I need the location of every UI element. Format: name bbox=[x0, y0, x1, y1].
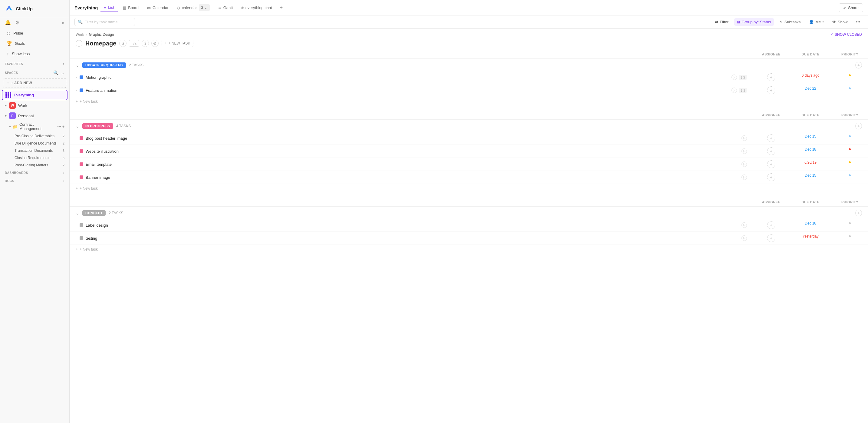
tab-everything-chat[interactable]: # everything chat bbox=[238, 4, 276, 12]
expand-icon[interactable]: ▸ bbox=[76, 76, 77, 79]
settings2-icon[interactable]: ⚙ bbox=[151, 40, 159, 47]
sidebar-item-pulse[interactable]: ◎ Pulse bbox=[2, 28, 67, 38]
filter-button[interactable]: ⇄ Filter bbox=[712, 18, 732, 26]
docs-section[interactable]: DOCS › bbox=[0, 177, 69, 185]
breadcrumb-work[interactable]: Work bbox=[76, 32, 84, 37]
task-name[interactable]: testing bbox=[86, 236, 739, 241]
task-timer-icon[interactable]: ▷ bbox=[742, 235, 747, 241]
sidebar-item-transaction[interactable]: Transaction Documents 3 bbox=[0, 147, 69, 154]
collapse-icon[interactable]: « bbox=[62, 20, 64, 25]
subtasks-icon: ⤷ bbox=[780, 20, 783, 24]
task-name[interactable]: Website illustration bbox=[86, 149, 739, 153]
tab-list[interactable]: ≡ List bbox=[100, 3, 118, 12]
show-button[interactable]: 👁 Show bbox=[829, 18, 851, 26]
status-circle-button[interactable] bbox=[76, 40, 82, 47]
assignee-avatar[interactable]: + bbox=[767, 221, 775, 229]
add-task-in-group3[interactable]: + bbox=[855, 210, 862, 216]
new-task-button[interactable]: + + NEW TASK bbox=[162, 40, 194, 47]
favorites-section[interactable]: FAVORITES › bbox=[0, 59, 69, 67]
update-requested-count: 2 TASKS bbox=[129, 63, 144, 67]
assignee-avatar[interactable]: + bbox=[767, 160, 775, 168]
task-timer-icon[interactable]: ▷ bbox=[742, 136, 747, 141]
task-timer-icon[interactable]: ▷ bbox=[742, 162, 747, 167]
share-button[interactable]: ⇗ Share bbox=[839, 3, 863, 12]
due-date-cell: Dec 15 bbox=[789, 132, 832, 144]
task-name[interactable]: Banner image bbox=[86, 175, 739, 180]
tab-calendar2[interactable]: ◇ calendar 2 ⌄ bbox=[174, 2, 213, 13]
folder-actions: ••• + bbox=[57, 124, 64, 129]
folder-more-icon[interactable]: ••• bbox=[57, 124, 61, 129]
task-timer-icon[interactable]: ▷ bbox=[742, 148, 747, 154]
task-timer-icon[interactable]: ▷ bbox=[742, 174, 747, 180]
group2-chevron[interactable]: ⌄ bbox=[76, 123, 79, 129]
spaces-chevron-icon[interactable]: ⌄ bbox=[61, 70, 64, 75]
sidebar-item-closing-req[interactable]: Closing Requirements 3 bbox=[0, 154, 69, 162]
search-spaces-icon[interactable]: 🔍 bbox=[53, 70, 58, 75]
assignee-avatar[interactable]: + bbox=[767, 173, 775, 181]
na-circle[interactable]: n/a bbox=[129, 40, 139, 47]
group-by-icon: ⊞ bbox=[737, 20, 740, 24]
dashboards-section[interactable]: DASHBOARDS › bbox=[0, 169, 69, 177]
sidebar-item-personal[interactable]: ▾ P Personal bbox=[0, 111, 69, 121]
table-row: ▸ testing ▷ + Yesterday ⚑ bbox=[70, 232, 868, 245]
update-requested-header: ⌄ UPDATE REQUESTED 2 TASKS + bbox=[70, 59, 868, 71]
task-name[interactable]: Feature animation bbox=[86, 88, 729, 93]
add-task-in-group1[interactable]: + bbox=[855, 62, 862, 68]
new-task-row-1[interactable]: + + New task bbox=[70, 97, 868, 106]
task-timer-icon[interactable]: ▷ bbox=[732, 88, 737, 93]
new-task-row-3[interactable]: + + New task bbox=[70, 245, 868, 254]
sidebar-item-everything[interactable]: Everything bbox=[2, 90, 67, 100]
add-new-button[interactable]: + + ADD NEW bbox=[3, 78, 66, 88]
expand-icon[interactable]: ▸ bbox=[76, 89, 77, 92]
assignee-avatar[interactable]: + bbox=[767, 86, 775, 94]
task-name[interactable]: Motion graphic bbox=[86, 75, 729, 80]
tab-calendar[interactable]: ▭ Calendar bbox=[144, 4, 172, 12]
task-name[interactable]: Blog post header image bbox=[86, 136, 739, 141]
sidebar-item-due-diligence[interactable]: Due Diligence Documents 2 bbox=[0, 140, 69, 147]
sidebar-item-post-closing[interactable]: Post-Closing Matters 2 bbox=[0, 162, 69, 169]
show-closed-button[interactable]: ✓ SHOW CLOSED bbox=[830, 32, 862, 37]
group3-chevron[interactable]: ⌄ bbox=[76, 210, 79, 216]
show-icon: 👁 bbox=[832, 20, 836, 24]
breadcrumb-graphic-design[interactable]: Graphic Design bbox=[89, 32, 114, 37]
breadcrumb: Work › Graphic Design bbox=[76, 32, 114, 37]
assignee-avatar[interactable]: + bbox=[767, 234, 775, 242]
tab-board[interactable]: ▦ Board bbox=[119, 4, 142, 12]
dollar-icon[interactable]: $ bbox=[119, 40, 126, 47]
settings-icon[interactable]: ⚙ bbox=[15, 20, 19, 25]
task-timer-icon[interactable]: ▷ bbox=[732, 75, 737, 80]
assignee-cell: + bbox=[753, 71, 789, 84]
task-status-dot bbox=[80, 236, 83, 240]
me-button[interactable]: 👤 Me • bbox=[806, 18, 827, 26]
info-icon[interactable]: ℹ bbox=[142, 40, 149, 47]
sidebar-item-goals[interactable]: 🏆 Goals bbox=[2, 38, 67, 48]
svg-marker-0 bbox=[6, 5, 12, 11]
new-task-plus-icon3: + bbox=[76, 247, 78, 252]
priority-cell: ⚑ bbox=[832, 145, 868, 158]
spaces-actions: 🔍 ⌄ bbox=[53, 70, 64, 75]
task-status-dot bbox=[80, 149, 83, 153]
group1-chevron[interactable]: ⌄ bbox=[76, 63, 79, 67]
bell-icon[interactable]: 🔔 bbox=[5, 20, 11, 25]
task-name[interactable]: Email template bbox=[86, 162, 739, 167]
sidebar-item-pre-closing[interactable]: Pre-Closing Deliverables 2 bbox=[0, 133, 69, 140]
sidebar-item-work[interactable]: ▸ W Work bbox=[0, 100, 69, 111]
assignee-avatar[interactable]: + bbox=[767, 73, 775, 81]
task-timer-icon[interactable]: ▷ bbox=[742, 222, 747, 228]
show-less-label: Show less bbox=[12, 52, 30, 56]
subtasks-button[interactable]: ⤷ Subtasks bbox=[777, 18, 804, 26]
add-task-in-group2[interactable]: + bbox=[855, 123, 862, 130]
assignee-avatar[interactable]: + bbox=[767, 134, 775, 142]
more-options-button[interactable]: ••• bbox=[853, 18, 863, 26]
sidebar-item-show-less[interactable]: ↑ Show less bbox=[2, 49, 67, 58]
subtasks-label: Subtasks bbox=[784, 20, 801, 24]
tab-gantt[interactable]: ≣ Gantt bbox=[215, 4, 237, 12]
folder-add-icon[interactable]: + bbox=[62, 124, 64, 129]
task-name[interactable]: Label design bbox=[86, 223, 739, 228]
add-tab-button[interactable]: + bbox=[277, 3, 285, 12]
search-box[interactable]: 🔍 Filter by task name... bbox=[74, 18, 135, 26]
new-task-row-2[interactable]: + + New task bbox=[70, 184, 868, 193]
assignee-avatar[interactable]: + bbox=[767, 147, 775, 155]
group-by-button[interactable]: ⊞ Group by: Status bbox=[734, 18, 774, 26]
contract-management-folder[interactable]: ▾ 📁 Contract Management ••• + bbox=[0, 121, 69, 133]
